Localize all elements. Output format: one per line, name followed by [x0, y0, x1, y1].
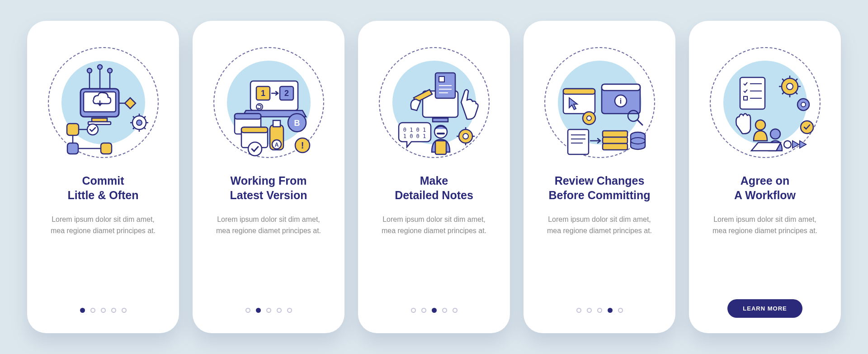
svg-rect-50: [439, 77, 444, 82]
pagination-dots: [245, 308, 292, 313]
card-title: Agree on A Workflow: [734, 173, 796, 202]
svg-rect-58: [435, 141, 446, 154]
svg-rect-79: [603, 131, 627, 137]
dot[interactable]: [618, 308, 623, 313]
svg-text:i: i: [620, 97, 622, 105]
svg-rect-37: [241, 127, 268, 133]
pagination-dots: [80, 308, 127, 313]
dot[interactable]: [277, 308, 282, 313]
svg-rect-57: [437, 133, 445, 134]
dot[interactable]: [608, 308, 613, 313]
onboarding-card-5: Agree on A Workflow Lorem ipsum dolor si…: [689, 21, 841, 333]
svg-text:A: A: [275, 142, 279, 148]
svg-point-68: [587, 116, 591, 120]
svg-text:B: B: [294, 119, 300, 128]
dot[interactable]: [101, 308, 106, 313]
svg-rect-27: [101, 143, 112, 154]
svg-rect-84: [740, 77, 765, 109]
version-windows-icon: 1 2 A B: [212, 46, 325, 159]
svg-point-60: [463, 134, 468, 139]
dot[interactable]: [453, 308, 458, 313]
review-data-icon: i: [543, 46, 656, 159]
onboarding-cards-row: Commit Little & Often Lorem ipsum dolor …: [27, 21, 841, 333]
svg-point-100: [801, 102, 806, 107]
svg-line-18: [144, 127, 146, 129]
card-title: Working From Latest Version: [230, 173, 307, 202]
svg-line-20: [144, 116, 146, 118]
svg-point-103: [770, 129, 780, 139]
svg-text:0 1 0 1: 0 1 0 1: [403, 127, 426, 133]
svg-point-104: [784, 141, 791, 148]
svg-point-5: [87, 68, 92, 73]
svg-line-98: [795, 79, 797, 81]
dot[interactable]: [111, 308, 116, 313]
svg-point-90: [787, 83, 793, 90]
svg-rect-48: [433, 118, 448, 122]
svg-rect-66: [563, 89, 595, 94]
svg-rect-70: [602, 84, 640, 91]
dot[interactable]: [576, 308, 581, 313]
svg-line-95: [782, 79, 784, 81]
dot[interactable]: [80, 308, 85, 313]
card-title: Commit Little & Often: [68, 173, 139, 202]
card-body: Lorem ipsum dolor sit dim amet, mea regi…: [205, 214, 332, 237]
dot[interactable]: [432, 308, 437, 313]
workflow-team-icon: [708, 46, 821, 159]
dot[interactable]: [256, 308, 261, 313]
svg-rect-81: [603, 144, 627, 150]
onboarding-card-1: Commit Little & Often Lorem ipsum dolor …: [27, 21, 179, 333]
svg-line-74: [637, 120, 642, 125]
svg-text:1: 1: [261, 89, 265, 98]
pagination-dots: [411, 308, 458, 313]
dot[interactable]: [421, 308, 426, 313]
svg-point-9: [108, 68, 112, 73]
card-body: Lorem ipsum dolor sit dim amet, mea regi…: [40, 214, 166, 237]
dot[interactable]: [245, 308, 250, 313]
card-body: Lorem ipsum dolor sit dim amet, mea regi…: [536, 214, 663, 237]
svg-rect-40: [273, 120, 280, 127]
svg-rect-80: [603, 137, 627, 144]
pagination-dots: [576, 308, 623, 313]
svg-text:1 0 0 1: 1 0 0 1: [403, 133, 426, 139]
svg-line-97: [782, 92, 784, 94]
svg-rect-75: [568, 129, 589, 154]
notes-person-icon: 0 1 0 1 1 0 0 1: [377, 46, 491, 159]
svg-rect-21: [67, 124, 79, 135]
svg-point-23: [87, 124, 98, 135]
svg-rect-35: [235, 114, 261, 119]
svg-point-7: [98, 65, 102, 69]
dot[interactable]: [442, 308, 447, 313]
svg-line-17: [133, 116, 135, 118]
onboarding-card-4: i Review Changes Before Committ: [524, 21, 675, 333]
svg-line-96: [795, 92, 797, 94]
onboarding-card-3: 0 1 0 1 1 0 0 1 Make Detailed Notes Lore…: [358, 21, 510, 333]
commit-graph-icon: [47, 46, 160, 159]
dot[interactable]: [266, 308, 271, 313]
dot[interactable]: [287, 308, 292, 313]
dot[interactable]: [411, 308, 416, 313]
onboarding-card-2: 1 2 A B: [193, 21, 344, 333]
dot[interactable]: [122, 308, 127, 313]
dot[interactable]: [597, 308, 602, 313]
card-title: Review Changes Before Committing: [549, 173, 651, 202]
dot[interactable]: [90, 308, 95, 313]
svg-point-38: [248, 142, 262, 156]
svg-line-19: [133, 127, 135, 129]
card-body: Lorem ipsum dolor sit dim amet, mea regi…: [702, 214, 828, 237]
card-title: Make Detailed Notes: [395, 173, 473, 202]
card-body: Lorem ipsum dolor sit dim amet, mea regi…: [371, 214, 497, 237]
svg-point-102: [755, 120, 765, 130]
svg-text:2: 2: [284, 89, 289, 98]
learn-more-button[interactable]: LEARN MORE: [727, 299, 802, 318]
dot[interactable]: [587, 308, 592, 313]
svg-point-12: [137, 120, 142, 125]
svg-rect-25: [67, 143, 78, 154]
svg-text:!: !: [301, 140, 304, 150]
